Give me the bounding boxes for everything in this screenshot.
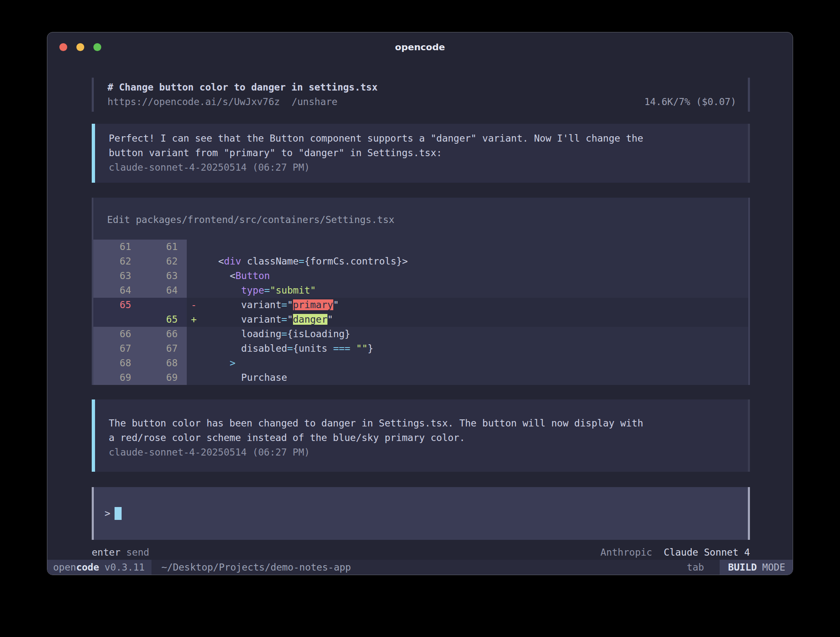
message-text-line: The button color has been changed to dan… — [109, 416, 736, 431]
line-number: 62 — [140, 254, 186, 269]
message-meta: claude-sonnet-4-20250514 (06:27 PM) — [109, 445, 736, 460]
code-segment: = — [299, 256, 305, 267]
message-meta: claude-sonnet-4-20250514 (06:27 PM) — [109, 160, 736, 175]
code-segment: loading — [207, 328, 281, 339]
diff-view: 6161 6262 <div className={formCs.control… — [93, 240, 748, 385]
line-number: 66 — [140, 327, 186, 341]
line-number-gutter: 6767 — [93, 341, 187, 356]
diff-marker: - — [187, 298, 207, 312]
share-url[interactable]: https://opencode.ai/s/UwJxv76z — [107, 95, 280, 109]
working-directory: ~/Desktop/Projects/demo-notes-app — [161, 562, 351, 573]
code-line: Purchase — [207, 370, 748, 385]
line-number: 67 — [140, 341, 186, 356]
code-segment: Purchase — [207, 372, 287, 383]
message-text-line: Perfect! I can see that the Button compo… — [109, 131, 736, 146]
diff-row: 6969 Purchase — [93, 370, 748, 385]
line-number-gutter: 6161 — [93, 240, 187, 254]
model-indicator[interactable]: Anthropic Claude Sonnet 4 — [601, 545, 750, 560]
diff-marker — [187, 254, 207, 269]
message-lines: Perfect! I can see that the Button compo… — [109, 131, 736, 160]
line-number: 63 — [140, 269, 186, 283]
minimize-window-button[interactable] — [76, 43, 84, 51]
diff-marker — [187, 240, 207, 254]
chat-input[interactable]: > — [92, 487, 750, 540]
code-segment: = — [281, 299, 287, 310]
code-line: > — [207, 356, 748, 370]
code-line: <Button — [207, 269, 748, 283]
line-number: 65 — [93, 298, 140, 312]
enter-key-hint: enter — [92, 545, 120, 560]
hints-row: enter send Anthropic Claude Sonnet 4 — [92, 545, 750, 560]
diff-row: 65+ variant="danger" — [93, 312, 748, 327]
opencode-window: opencode # Change button color to danger… — [47, 32, 793, 575]
zoom-window-button[interactable] — [93, 43, 101, 51]
diff-row: 6363 <Button — [93, 269, 748, 283]
edit-tool-title: Edit packages/frontend/src/containers/Se… — [93, 213, 748, 227]
diff-marker — [187, 370, 207, 385]
line-number: 66 — [93, 327, 140, 341]
code-segment: < — [207, 270, 235, 281]
code-line: type="submit" — [207, 283, 748, 298]
code-line: disabled={units === ""} — [207, 341, 748, 356]
message-text-line: a red/rose color scheme instead of the b… — [109, 431, 736, 445]
message-text-line: button variant from "primary" to "danger… — [109, 146, 736, 160]
code-segment: className — [241, 256, 298, 267]
message-lines: The button color has been changed to dan… — [109, 416, 736, 445]
code-segment: "submit" — [270, 285, 316, 296]
diff-marker — [187, 283, 207, 298]
diff-row: 6464 type="submit" — [93, 283, 748, 298]
line-number: 68 — [93, 356, 140, 370]
code-segment: primary — [293, 299, 333, 310]
line-number: 67 — [93, 341, 140, 356]
traffic-lights — [59, 43, 101, 51]
session-subheader: https://opencode.ai/s/UwJxv76z /unshare … — [107, 95, 736, 109]
app-version: v0.3.11 — [105, 562, 145, 573]
code-segment: {formCs.controls}> — [304, 256, 408, 267]
code-segment: " — [327, 314, 333, 325]
code-segment: = — [281, 328, 287, 339]
tab-key-hint: tab — [687, 562, 704, 573]
diff-row: 6262 <div className={formCs.controls}> — [93, 254, 748, 269]
mode-toggle-chip[interactable]: BUILD MODE — [720, 560, 793, 575]
diff-row: 6666 loading={isLoading} — [93, 327, 748, 341]
edit-tool-block: Edit packages/frontend/src/containers/Se… — [92, 198, 750, 385]
code-segment: = — [264, 285, 270, 296]
code-segment — [207, 358, 230, 368]
mode-suffix: MODE — [762, 562, 785, 573]
code-line: loading={isLoading} — [207, 327, 748, 341]
code-line: <div className={formCs.controls}> — [207, 254, 748, 269]
unshare-command[interactable]: /unshare — [291, 95, 337, 109]
code-segment: === — [333, 343, 351, 354]
code-line: variant="danger" — [207, 312, 748, 327]
line-number-gutter: 6363 — [93, 269, 187, 283]
code-segment: = — [287, 343, 293, 354]
app-version-chip: opencode v0.3.11 — [47, 560, 151, 575]
app-name-prefix: open — [53, 562, 76, 573]
line-number: 69 — [93, 370, 140, 385]
titlebar[interactable]: opencode — [47, 32, 793, 61]
code-segment: div — [224, 256, 242, 267]
line-number — [93, 312, 140, 327]
line-number-gutter: 6464 — [93, 283, 187, 298]
close-window-button[interactable] — [59, 43, 67, 51]
prompt-character: > — [105, 506, 110, 521]
diff-row: 65- variant="primary" — [93, 298, 748, 312]
line-number-gutter: 6666 — [93, 327, 187, 341]
mode-label: BUILD — [728, 562, 757, 573]
line-number: 61 — [140, 240, 186, 254]
diff-marker: + — [187, 312, 207, 327]
code-segment — [207, 285, 241, 296]
diff-marker — [187, 327, 207, 341]
token-usage: 14.6K/7% ($0.07) — [644, 95, 736, 109]
app-name-suffix: code — [76, 562, 99, 573]
text-cursor — [115, 507, 122, 520]
assistant-message: The button color has been changed to dan… — [92, 399, 750, 472]
line-number-gutter: 6969 — [93, 370, 187, 385]
code-segment: < — [207, 256, 224, 267]
code-segment: {units — [293, 343, 333, 354]
line-number: 61 — [93, 240, 140, 254]
code-segment: variant — [207, 314, 281, 325]
code-segment: {isLoading} — [287, 328, 350, 339]
session-header: # Change button color to danger in setti… — [92, 78, 750, 112]
code-segment: } — [368, 343, 374, 354]
